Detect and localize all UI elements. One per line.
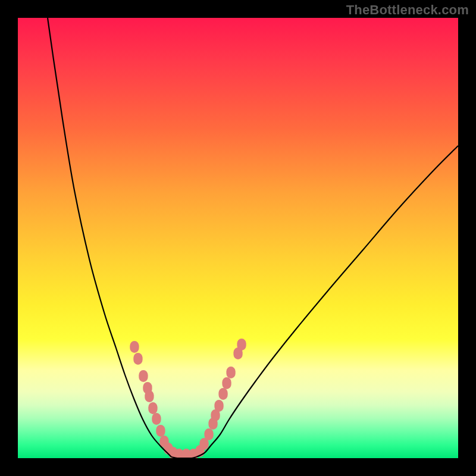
- data-marker: [148, 402, 157, 414]
- data-marker: [226, 367, 235, 378]
- data-marker: [139, 370, 148, 382]
- data-marker: [133, 353, 142, 365]
- data-marker: [222, 377, 231, 389]
- data-marker: [145, 390, 154, 402]
- watermark-text: TheBottleneck.com: [346, 2, 469, 18]
- right-branch-curve: [196, 146, 458, 457]
- data-marker: [214, 400, 223, 412]
- marker-layer: [130, 339, 246, 458]
- data-marker: [204, 428, 213, 440]
- data-marker: [237, 339, 246, 350]
- data-marker: [130, 341, 139, 353]
- data-marker: [218, 388, 227, 400]
- data-marker: [152, 413, 161, 425]
- left-branch-curve: [48, 18, 171, 457]
- plot-area: [18, 18, 458, 458]
- curve-svg: [18, 18, 458, 458]
- data-marker: [156, 425, 165, 437]
- chart-frame: TheBottleneck.com: [0, 0, 476, 476]
